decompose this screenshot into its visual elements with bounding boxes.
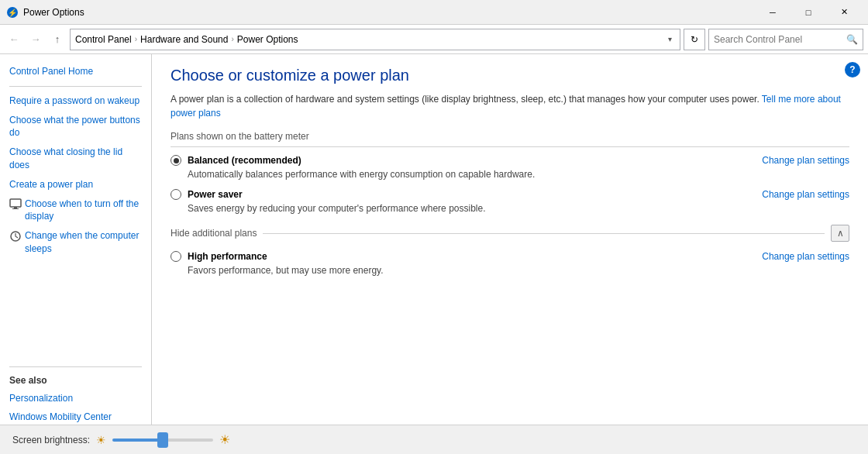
collapse-button[interactable]: ∧ <box>831 225 849 242</box>
sidebar-label-personalization: Personalization <box>9 392 73 405</box>
path-segment-hardware[interactable]: Hardware and Sound <box>140 34 228 45</box>
forward-button[interactable]: → <box>26 30 45 49</box>
up-button[interactable]: ↑ <box>48 30 67 49</box>
plan-item-balanced: Balanced (recommended) Change plan setti… <box>170 155 849 180</box>
svg-rect-4 <box>12 208 19 209</box>
plans-divider <box>170 146 849 147</box>
plan-item-power-saver: Power saver Change plan settings Saves e… <box>170 189 849 214</box>
bottom-bar: Screen brightness: ☀ ☀ <box>0 425 868 454</box>
plan-header-balanced: Balanced (recommended) Change plan setti… <box>170 155 849 166</box>
sidebar-label-computer-sleeps: Change when the computer sleeps <box>25 229 142 256</box>
search-icon[interactable]: 🔍 <box>846 34 858 45</box>
refresh-button[interactable]: ↻ <box>684 29 705 50</box>
brightness-slider[interactable] <box>112 439 213 442</box>
sidebar-divider-2 <box>9 366 142 367</box>
hide-additional-section: Hide additional plans ∧ <box>170 225 849 242</box>
plan-description-high-performance: Favors performance, but may use more ene… <box>188 265 849 276</box>
minimize-button[interactable]: ─ <box>755 0 790 25</box>
svg-rect-2 <box>10 199 21 207</box>
path-segment-power-options[interactable]: Power Options <box>237 34 298 45</box>
window-title: Power Options <box>23 7 755 18</box>
sidebar-item-closing-lid[interactable]: Choose what closing the lid does <box>0 143 151 175</box>
sidebar-item-power-buttons[interactable]: Choose what the power buttons do <box>0 111 151 143</box>
window-controls: ─ □ ✕ <box>755 0 862 25</box>
app-icon: ⚡ <box>6 6 19 19</box>
plan-description-power-saver: Saves energy by reducing your computer's… <box>188 203 849 214</box>
plan-description-balanced: Automatically balances performance with … <box>188 169 849 180</box>
address-bar: ← → ↑ Control Panel › Hardware and Sound… <box>0 25 868 54</box>
plan-settings-link-power-saver[interactable]: Change plan settings <box>762 189 849 200</box>
monitor-icon <box>9 198 22 211</box>
path-arrow-2: › <box>231 35 233 43</box>
hide-additional-text: Hide additional plans <box>170 228 257 239</box>
see-also-title: See also <box>0 372 151 389</box>
plan-settings-link-high-performance[interactable]: Change plan settings <box>762 251 849 262</box>
sidebar: Control Panel Home Require a password on… <box>0 54 152 454</box>
sidebar-label-turn-off-display: Choose when to turn off the display <box>25 198 142 224</box>
brightness-label: Screen brightness: <box>12 435 90 445</box>
sidebar-item-control-panel-home[interactable]: Control Panel Home <box>0 62 151 81</box>
plan-radio-balanced[interactable] <box>170 155 181 166</box>
sidebar-item-personalization[interactable]: Personalization <box>0 389 151 408</box>
brightness-sun-low-icon: ☀ <box>96 434 106 446</box>
sidebar-label-power-buttons: Choose what the power buttons do <box>9 114 142 140</box>
path-dropdown-arrow[interactable]: ▾ <box>665 35 675 43</box>
hide-additional-line <box>263 233 825 234</box>
search-input[interactable] <box>714 34 846 45</box>
maximize-button[interactable]: □ <box>790 0 826 25</box>
plan-header-power-saver: Power saver Change plan settings <box>170 189 849 200</box>
address-path: Control Panel › Hardware and Sound › Pow… <box>70 29 680 50</box>
title-bar: ⚡ Power Options ─ □ ✕ <box>0 0 868 25</box>
description-text: A power plan is a collection of hardware… <box>170 94 760 105</box>
page-title: Choose or customize a power plan <box>170 67 849 84</box>
plan-item-high-performance: High performance Change plan settings Fa… <box>170 251 849 276</box>
svg-text:⚡: ⚡ <box>8 8 18 18</box>
sidebar-label-closing-lid: Choose what closing the lid does <box>9 146 142 172</box>
brightness-thumb[interactable] <box>157 432 168 448</box>
back-button[interactable]: ← <box>5 30 23 49</box>
search-box: 🔍 <box>708 29 863 50</box>
path-arrow-1: › <box>135 35 137 43</box>
plan-name-power-saver: Power saver <box>188 189 762 200</box>
plan-radio-high-performance[interactable] <box>170 251 181 262</box>
brightness-sun-high-icon: ☀ <box>219 432 230 447</box>
help-button[interactable]: ? <box>845 62 860 77</box>
content-area: ? Choose or customize a power plan A pow… <box>152 54 868 454</box>
plan-header-high-performance: High performance Change plan settings <box>170 251 849 262</box>
sidebar-label-require-password: Require a password on wakeup <box>9 95 140 108</box>
plan-name-high-performance: High performance <box>188 251 762 262</box>
plan-radio-power-saver[interactable] <box>170 189 181 200</box>
sidebar-item-require-password[interactable]: Require a password on wakeup <box>0 91 151 111</box>
main-container: Control Panel Home Require a password on… <box>0 54 868 454</box>
plan-settings-link-balanced[interactable]: Change plan settings <box>762 155 849 166</box>
path-segment-control-panel[interactable]: Control Panel <box>75 34 132 45</box>
sidebar-label-control-panel-home: Control Panel Home <box>9 65 93 78</box>
plan-name-balanced: Balanced (recommended) <box>188 155 762 166</box>
sleep-icon <box>9 230 22 242</box>
sidebar-divider-1 <box>9 86 142 87</box>
close-button[interactable]: ✕ <box>826 0 862 25</box>
sidebar-item-turn-off-display[interactable]: Choose when to turn off the display <box>0 194 151 227</box>
sidebar-item-computer-sleeps[interactable]: Change when the computer sleeps <box>0 226 151 259</box>
page-description: A power plan is a collection of hardware… <box>170 92 849 120</box>
sidebar-label-windows-mobility: Windows Mobility Center <box>9 411 112 424</box>
svg-rect-3 <box>14 207 17 208</box>
plans-section-label: Plans shown on the battery meter <box>170 131 849 142</box>
sidebar-label-create-plan: Create a power plan <box>9 178 93 191</box>
sidebar-item-create-plan[interactable]: Create a power plan <box>0 175 151 194</box>
